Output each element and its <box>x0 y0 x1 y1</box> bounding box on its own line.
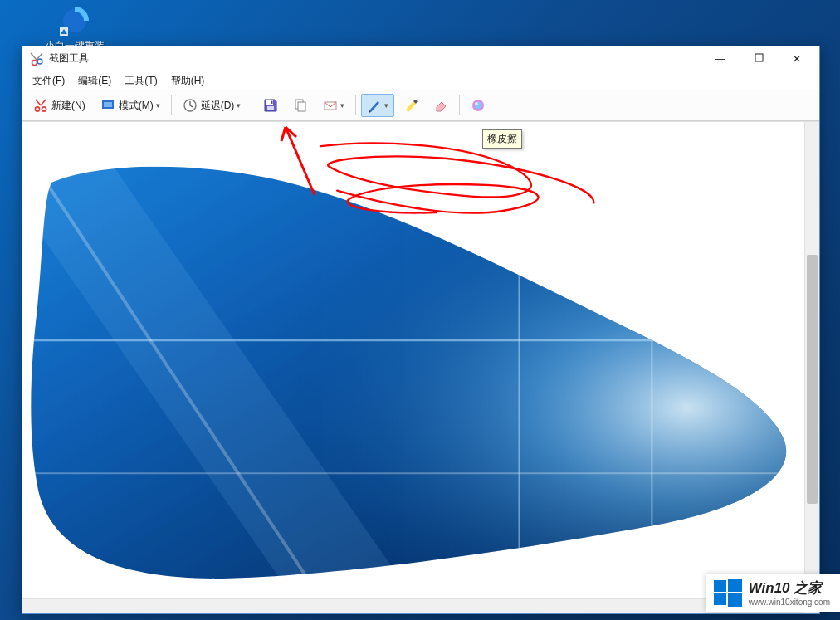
svg-rect-12 <box>271 101 273 105</box>
envelope-icon <box>323 98 338 113</box>
svg-point-6 <box>42 107 46 111</box>
toolbar-separator <box>252 95 252 115</box>
paint3d-button[interactable] <box>465 94 491 117</box>
scissors-icon <box>33 98 48 113</box>
window-title: 截图工具 <box>49 51 89 66</box>
watermark-title: Win10 之家 <box>749 579 830 598</box>
horizontal-scrollbar[interactable] <box>22 598 804 613</box>
maximize-button[interactable] <box>740 47 778 71</box>
svg-rect-23 <box>714 593 726 605</box>
canvas-viewport[interactable] <box>22 122 804 598</box>
toolbar: 新建(N) 模式(M) ▾ 延迟(D) ▾ <box>22 90 819 121</box>
mode-icon <box>100 98 115 113</box>
copy-button[interactable] <box>287 94 314 117</box>
menu-edit[interactable]: 编辑(E) <box>71 72 118 90</box>
paint3d-icon <box>471 98 486 113</box>
close-button[interactable]: ✕ <box>778 47 816 71</box>
send-button[interactable]: ▾ <box>317 94 350 117</box>
svg-point-3 <box>37 59 42 64</box>
watermark-url: www.win10xitong.com <box>749 598 830 607</box>
highlighter-icon <box>403 98 418 113</box>
chevron-down-icon: ▾ <box>340 101 344 110</box>
windows-logo-icon <box>714 579 742 607</box>
tooltip-eraser: 橡皮擦 <box>482 129 522 149</box>
close-icon: ✕ <box>793 53 801 65</box>
delay-label: 延迟(D) <box>201 99 235 113</box>
menu-file[interactable]: 文件(F) <box>26 72 71 90</box>
clock-icon <box>183 98 198 113</box>
minimize-button[interactable]: — <box>701 47 740 71</box>
chevron-down-icon: ▾ <box>237 101 241 110</box>
vertical-scrollbar[interactable] <box>804 122 819 598</box>
svg-point-2 <box>32 60 37 65</box>
highlighter-button[interactable] <box>398 94 424 117</box>
svg-rect-4 <box>755 54 763 61</box>
svg-rect-21 <box>714 580 726 592</box>
menubar: 文件(F) 编辑(E) 工具(T) 帮助(H) <box>22 71 819 90</box>
mode-label: 模式(M) <box>119 99 154 113</box>
chevron-down-icon: ▾ <box>384 101 388 110</box>
svg-rect-24 <box>728 593 742 607</box>
minimize-icon: — <box>715 53 725 65</box>
pen-scribble <box>320 143 593 212</box>
toolbar-separator <box>355 95 356 115</box>
maximize-icon <box>755 53 764 65</box>
scrollbar-thumb[interactable] <box>807 255 818 504</box>
svg-rect-11 <box>267 106 274 110</box>
menu-tools[interactable]: 工具(T) <box>118 72 164 90</box>
svg-point-5 <box>35 107 39 111</box>
toolbar-separator <box>459 95 460 115</box>
svg-rect-22 <box>728 579 742 592</box>
floppy-disk-icon <box>263 98 278 113</box>
pen-icon <box>367 98 382 113</box>
mode-button[interactable]: 模式(M) ▾ <box>95 94 166 117</box>
canvas-area: 橡皮擦 <box>22 121 819 613</box>
new-snip-button[interactable]: 新建(N) <box>27 94 91 117</box>
tooltip-text: 橡皮擦 <box>487 133 517 144</box>
snip-image <box>22 122 804 598</box>
svg-rect-14 <box>298 102 305 111</box>
app-icon <box>29 51 44 66</box>
eraser-icon <box>433 98 448 113</box>
toolbar-separator <box>171 95 172 115</box>
watermark: Win10 之家 www.win10xitong.com <box>706 574 840 612</box>
svg-point-18 <box>475 102 478 105</box>
shortcut-icon <box>58 4 91 37</box>
save-button[interactable] <box>257 94 284 117</box>
chevron-down-icon: ▾ <box>156 101 160 110</box>
eraser-button[interactable] <box>427 94 454 117</box>
menu-help[interactable]: 帮助(H) <box>164 72 212 90</box>
snipping-tool-window: 截图工具 — ✕ 文件(F) 编辑(E) 工具(T) 帮助(H) 新建(N) 模… <box>22 46 820 614</box>
svg-rect-8 <box>104 102 112 107</box>
copy-icon <box>293 98 308 113</box>
delay-button[interactable]: 延迟(D) ▾ <box>177 94 247 117</box>
new-snip-label: 新建(N) <box>51 99 85 113</box>
titlebar[interactable]: 截图工具 — ✕ <box>22 46 819 71</box>
pen-button[interactable]: ▾ <box>361 94 394 117</box>
